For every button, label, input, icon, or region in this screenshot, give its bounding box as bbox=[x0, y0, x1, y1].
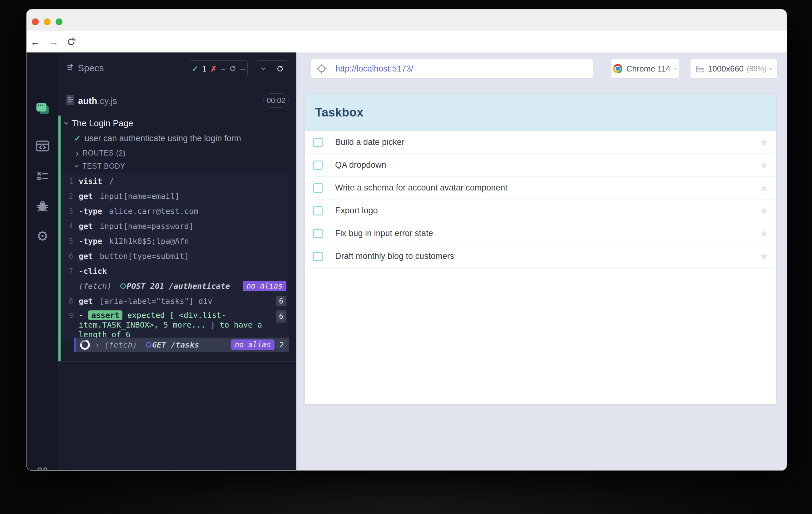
divider bbox=[58, 113, 296, 113]
xhr-get-row-selected[interactable]: › (fetch) GET /tasks no alias 2 bbox=[74, 338, 289, 352]
close-window-button[interactable] bbox=[32, 19, 39, 25]
pin-star-icon[interactable]: ★ bbox=[759, 205, 768, 217]
minimize-window-button[interactable] bbox=[44, 19, 51, 25]
suite-title: The Login Page bbox=[71, 118, 133, 128]
task-row[interactable]: Fix bug in input error state ★ bbox=[305, 222, 776, 245]
task-checkbox[interactable] bbox=[313, 206, 323, 216]
taskbox-header: Taskbox bbox=[305, 94, 776, 131]
request-count-badge: 2 bbox=[277, 339, 287, 350]
task-checkbox[interactable] bbox=[313, 161, 323, 170]
browsers-app-icon[interactable] bbox=[27, 102, 58, 116]
divider bbox=[58, 361, 296, 362]
app-under-test-frame: Taskbox Build a date picker ★ QA dropdow… bbox=[305, 94, 776, 404]
taskbox-title: Taskbox bbox=[315, 106, 364, 119]
task-checkbox[interactable] bbox=[313, 252, 323, 261]
no-alias-badge: no alias bbox=[243, 281, 286, 291]
command-row[interactable]: 4 get input[name=password] bbox=[61, 219, 289, 234]
reload-icon[interactable] bbox=[64, 31, 78, 53]
specs-code-window-icon[interactable] bbox=[27, 139, 58, 154]
viewport-selector[interactable]: 1000x660 (89%) › bbox=[690, 59, 778, 79]
forward-icon[interactable]: → bbox=[47, 31, 60, 53]
element-count-badge: 6 bbox=[276, 310, 286, 322]
pin-star-icon[interactable]: ★ bbox=[759, 137, 768, 148]
command-row[interactable]: 7 -click bbox=[61, 263, 289, 279]
test-row[interactable]: ✓ user can authenticate using the login … bbox=[58, 133, 296, 144]
suite-row[interactable]: › The Login Page bbox=[58, 118, 296, 128]
task-checkbox[interactable] bbox=[313, 138, 323, 147]
run-stats[interactable]: ✓ 1 ✗ -- -- bbox=[189, 60, 248, 77]
chevron-right-icon: › bbox=[76, 148, 79, 158]
specs-header: Specs ✓ 1 ✗ -- -- › bbox=[58, 53, 296, 84]
browser-name: Chrome 114 bbox=[626, 64, 670, 74]
command-row[interactable]: 3 -type alice.carr@test.com bbox=[61, 204, 289, 219]
failed-count: -- bbox=[221, 64, 225, 74]
task-row[interactable]: Export logo ★ bbox=[305, 200, 776, 222]
pin-star-icon[interactable]: ★ bbox=[759, 182, 768, 194]
task-row[interactable]: Build a date picker ★ bbox=[305, 131, 776, 154]
test-body-section-row[interactable]: › TEST BODY bbox=[58, 161, 296, 171]
cypress-sidebar: ⚙ ⌘ cy bbox=[27, 53, 58, 470]
cypress-app: ⚙ ⌘ cy Specs ✓ 1 ✗ bbox=[27, 53, 787, 470]
debug-bug-icon[interactable] bbox=[27, 199, 58, 213]
rerun-icon[interactable] bbox=[272, 61, 288, 77]
browser-toolbar: ← → i localhost:5173/__/#/specs/runner?f… bbox=[27, 31, 787, 53]
assert-badge: assert bbox=[88, 310, 122, 320]
loading-spinner-icon bbox=[78, 338, 92, 352]
chevron-down-icon: › bbox=[672, 67, 679, 70]
runs-checklist-icon[interactable] bbox=[27, 169, 58, 183]
pending-count: -- bbox=[240, 64, 245, 74]
request-status-ring-icon bbox=[146, 342, 151, 348]
test-body-label: TEST BODY bbox=[83, 162, 125, 171]
selector-playground-icon[interactable] bbox=[316, 63, 327, 74]
task-row[interactable]: Write a schema for account avatar compon… bbox=[305, 177, 776, 200]
aut-panel: http://localhost:5173/ Chrome 114 › 1000… bbox=[296, 53, 787, 470]
spec-file-row[interactable]: auth.cy.js 00:02 bbox=[58, 89, 296, 113]
keyboard-shortcuts-icon[interactable]: ⌘ bbox=[27, 465, 58, 470]
request-status-ring-icon bbox=[120, 283, 126, 289]
specs-list-icon[interactable] bbox=[66, 62, 77, 73]
task-checkbox[interactable] bbox=[313, 229, 323, 238]
command-row[interactable]: 5 -type k12h1k0$5;lpa@Afn bbox=[61, 234, 289, 249]
window-titlebar bbox=[27, 9, 787, 31]
command-row[interactable]: 1 visit / bbox=[61, 174, 289, 189]
task-row[interactable]: Draft monthly blog to customers ★ bbox=[305, 245, 776, 268]
routes-label: ROUTES (2) bbox=[83, 149, 125, 158]
spec-file-icon bbox=[66, 94, 75, 106]
reporter-panel: Specs ✓ 1 ✗ -- -- › bbox=[58, 53, 296, 470]
sidebar-divider bbox=[27, 126, 58, 126]
aut-url-text[interactable]: http://localhost:5173/ bbox=[336, 64, 413, 74]
viewport-zoom: (89%) bbox=[747, 64, 767, 73]
chevron-down-icon: › bbox=[62, 122, 71, 125]
assertion-row[interactable]: 9 - assert expected [ <div.list-item.TAS… bbox=[61, 309, 289, 342]
command-row[interactable]: 2 get input[name=email] bbox=[61, 189, 289, 204]
command-row[interactable]: 8 get [aria-label="tasks"] div 6 bbox=[61, 293, 289, 309]
pin-star-icon[interactable]: ★ bbox=[759, 159, 768, 171]
settings-gear-icon[interactable]: ⚙ bbox=[27, 228, 58, 244]
command-log: 1 visit / 2 get input[name=email] 3 -typ… bbox=[61, 174, 289, 342]
task-checkbox[interactable] bbox=[313, 183, 323, 193]
failed-x-icon: ✗ bbox=[210, 64, 217, 74]
routes-section-row[interactable]: › ROUTES (2) bbox=[58, 148, 296, 158]
maximize-window-button[interactable] bbox=[56, 19, 62, 25]
element-count-badge: 6 bbox=[276, 296, 286, 306]
pin-star-icon[interactable]: ★ bbox=[759, 251, 768, 262]
spec-file-name: auth.cy.js bbox=[78, 96, 117, 106]
collapse-chevron-icon[interactable]: › bbox=[256, 61, 272, 77]
no-alias-badge: no alias bbox=[231, 339, 275, 350]
test-title: user can authenticate using the login fo… bbox=[85, 134, 241, 143]
passed-count: 1 bbox=[202, 64, 206, 74]
pending-icon bbox=[229, 65, 236, 73]
passed-check-icon: ✓ bbox=[192, 64, 198, 74]
desktop-background: ← → i localhost:5173/__/#/specs/runner?f… bbox=[0, 0, 812, 514]
xhr-post-row[interactable]: (fetch) POST 201 /authenticate no alias bbox=[61, 279, 289, 293]
spec-duration-badge: 00:02 bbox=[263, 93, 289, 108]
aut-url-bar[interactable]: http://localhost:5173/ bbox=[311, 59, 593, 79]
back-icon[interactable]: ← bbox=[28, 31, 42, 53]
chevron-down-icon: › bbox=[72, 165, 82, 168]
chevron-down-icon: › bbox=[767, 67, 775, 70]
browser-selector[interactable]: Chrome 114 › bbox=[611, 59, 679, 79]
command-row[interactable]: 6 get button[type=submit] bbox=[61, 249, 289, 263]
chrome-logo-icon bbox=[613, 64, 622, 74]
pin-star-icon[interactable]: ★ bbox=[759, 228, 768, 239]
task-row[interactable]: QA dropdown ★ bbox=[305, 154, 776, 177]
